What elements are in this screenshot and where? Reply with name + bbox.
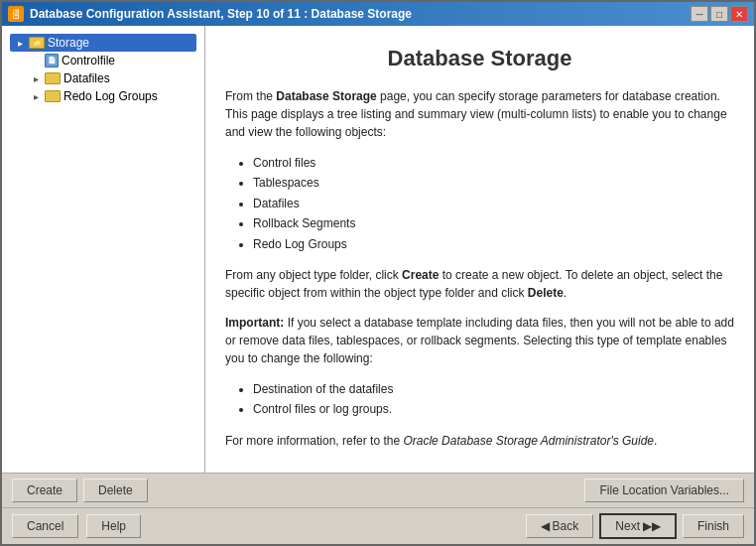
tree-panel: ▸ 📁 Storage 📄 Controlfile ▸ Datafiles [2,26,205,473]
list-item-datafiles: Datafiles [253,194,734,213]
right-panel: Database Storage From the Database Stora… [205,26,754,473]
back-button[interactable]: ◀ Back [526,514,594,538]
finish-button[interactable]: Finish [683,514,744,538]
intro-paragraph: From the Database Storage page, you can … [225,87,734,141]
list-item-controlfiles: Control files [253,153,734,173]
back-arrow-icon: ◀ [541,519,550,533]
minimize-button[interactable]: ─ [691,6,708,22]
expander-redolog: ▸ [30,91,42,102]
title-bar: 🗄 Database Configuration Assistant, Step… [2,2,754,26]
reference-paragraph: For more information, refer to the Oracl… [225,432,734,450]
list-item-destination: Destination of the datafiles [253,379,734,399]
important-paragraph: Important: If you select a database temp… [225,314,734,367]
storage-folder-icon: 📁 [29,37,45,49]
action-bar: Create Delete File Location Variables... [2,473,754,507]
guide-reference: Oracle Database Storage Administrator's … [403,434,654,448]
maximize-button[interactable]: □ [710,6,728,22]
window-title: Database Configuration Assistant, Step 1… [30,7,412,21]
tree-node-controlfile-label: Controlfile [62,54,115,68]
tree-node-datafiles[interactable]: ▸ Datafiles [30,69,196,87]
tree-node-controlfile[interactable]: 📄 Controlfile [30,52,196,69]
delete-button[interactable]: Delete [83,478,148,502]
bold-delete: Delete [528,286,564,300]
tree-node-redolog-label: Redo Log Groups [63,89,158,103]
close-button[interactable]: ✕ [730,6,748,22]
list-item-rollback: Rollback Segments [253,213,734,233]
controlfile-icon: 📄 [45,54,59,68]
redolog-folder-icon [45,90,61,102]
datafiles-folder-icon [45,72,61,84]
objects-list: Control files Tablespaces Datafiles Roll… [225,153,734,254]
expander-datafiles: ▸ [30,73,42,84]
footer-bar: Cancel Help ◀ Back Next ▶▶ Finish [2,507,754,544]
help-button[interactable]: Help [86,514,141,538]
list-item-controlfiles2: Control files or log groups. [253,399,734,419]
footer-left-buttons: Cancel Help [12,514,141,538]
file-location-button[interactable]: File Location Variables... [584,478,744,502]
template-list: Destination of the datafiles Control fil… [225,379,734,420]
window-controls: ─ □ ✕ [691,6,748,22]
cancel-button[interactable]: Cancel [12,514,78,538]
list-item-redolog: Redo Log Groups [253,234,734,254]
footer-right-buttons: ◀ Back Next ▶▶ Finish [526,513,744,539]
back-label: Back [553,519,579,533]
tree-node-redolog[interactable]: ▸ Redo Log Groups [30,87,196,105]
next-button[interactable]: Next ▶▶ [599,513,677,539]
create-button[interactable]: Create [12,478,77,502]
create-delete-paragraph: From any object type folder, click Creat… [225,266,734,302]
next-label: Next [615,519,640,533]
next-arrow-icon: ▶▶ [643,519,661,533]
main-window: 🗄 Database Configuration Assistant, Step… [0,0,756,546]
tree-node-storage[interactable]: ▸ 📁 Storage [10,34,196,52]
bold-create: Create [402,268,439,282]
bold-important: Important: [225,316,284,330]
page-title: Database Storage [225,46,734,71]
tree-node-datafiles-label: Datafiles [63,71,110,85]
content-area: ▸ 📁 Storage 📄 Controlfile ▸ Datafiles [2,26,754,473]
tree-node-storage-label: Storage [48,36,89,50]
expander-icon: ▸ [14,38,26,49]
bold-db-storage: Database Storage [276,89,376,103]
list-item-tablespaces: Tablespaces [253,173,734,193]
tree-children: 📄 Controlfile ▸ Datafiles ▸ Redo Log Gro… [10,52,196,105]
app-icon: 🗄 [8,6,24,22]
